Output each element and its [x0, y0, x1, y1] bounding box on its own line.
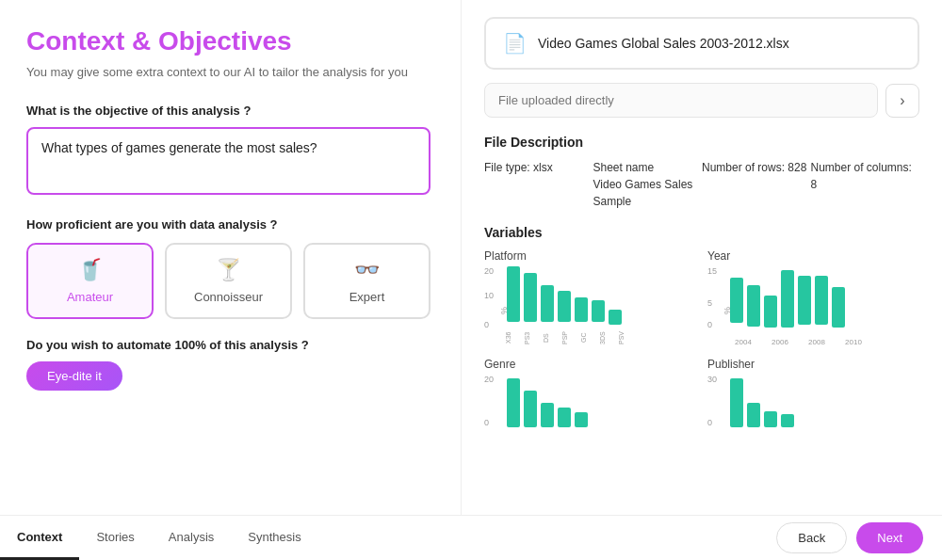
svg-rect-0	[507, 266, 520, 322]
x-label-2008: 2008	[802, 338, 832, 346]
tab-analysis[interactable]: Analysis	[152, 516, 231, 560]
genre-chart: Genre 20 0	[484, 358, 696, 431]
svg-rect-11	[798, 276, 811, 325]
publisher-bar-svg	[728, 378, 822, 427]
file-description-title: File Description	[484, 135, 919, 150]
x-label-2004: 2004	[728, 338, 758, 346]
tab-bar: Context Stories Analysis Synthesis	[0, 516, 776, 560]
back-button[interactable]: Back	[776, 522, 847, 553]
year-y-top: 15	[707, 266, 717, 276]
publisher-chart: Publisher 30 0	[707, 358, 919, 431]
svg-rect-9	[764, 296, 777, 328]
file-type-label: File type: xlsx	[484, 161, 553, 174]
svg-rect-21	[764, 411, 777, 427]
x-label-2006: 2006	[765, 338, 795, 346]
left-panel: Context & Objectives You may give some e…	[0, 0, 462, 515]
connoisseur-icon: 🍸	[216, 258, 241, 282]
amateur-label: Amateur	[67, 290, 113, 304]
svg-rect-13	[832, 287, 845, 328]
year-bar-svg	[728, 266, 860, 328]
rows-label: Number of rows: 828	[702, 161, 806, 174]
expert-icon: 👓	[354, 258, 380, 282]
svg-rect-4	[575, 297, 588, 322]
x-label-psp: PSP	[561, 329, 575, 346]
x-label-x36: X36	[505, 329, 518, 346]
svg-rect-16	[541, 403, 554, 427]
tab-context[interactable]: Context	[0, 516, 79, 560]
publisher-y-bot: 0	[707, 418, 712, 427]
file-name: Video Games Global Sales 2003-2012.xlsx	[538, 36, 789, 51]
upload-input[interactable]	[484, 83, 878, 118]
svg-rect-12	[815, 276, 828, 325]
rows-item: Number of rows: 828	[702, 159, 811, 210]
nav-actions: Back Next	[776, 522, 942, 553]
upload-row: ›	[484, 83, 919, 118]
year-y-bot: 0	[707, 320, 712, 329]
platform-chart: Platform 20 10 0 %	[484, 249, 696, 346]
objective-question: What is the objective of this analysis ?	[26, 104, 430, 118]
proficiency-expert[interactable]: 👓 Expert	[303, 243, 430, 319]
sheet-name-label: Sheet name	[593, 161, 655, 174]
x-label-ds: DS	[543, 329, 556, 346]
tab-synthesis[interactable]: Synthesis	[231, 516, 317, 560]
svg-rect-8	[747, 285, 760, 327]
svg-rect-22	[781, 414, 794, 427]
x-label-ps3: PS3	[524, 329, 537, 346]
svg-rect-19	[730, 378, 743, 427]
file-card: 📄 Video Games Global Sales 2003-2012.xls…	[484, 17, 919, 70]
file-icon: 📄	[503, 32, 527, 55]
right-panel: 📄 Video Games Global Sales 2003-2012.xls…	[462, 0, 942, 515]
x-label-psv: PSV	[618, 329, 631, 346]
file-meta-row: File type: xlsx Sheet name Video Games S…	[484, 159, 919, 210]
amateur-icon: 🥤	[77, 258, 103, 282]
proficiency-connoisseur[interactable]: 🍸 Connoisseur	[165, 243, 292, 319]
platform-x-labels: X36 PS3 DS PSP GC 3DS PSV	[505, 329, 631, 346]
year-y-mid: 5	[707, 298, 712, 308]
svg-rect-10	[781, 270, 794, 328]
x-label-3ds: 3DS	[599, 329, 612, 346]
year-chart-title: Year	[707, 249, 919, 263]
svg-rect-18	[575, 412, 588, 427]
genre-chart-title: Genre	[484, 358, 696, 371]
automate-button[interactable]: Eye-dite it	[26, 361, 122, 391]
proficiency-amateur[interactable]: 🥤 Amateur	[26, 243, 154, 319]
genre-y-bot: 0	[484, 418, 489, 427]
objective-input[interactable]: What types of games generate the most sa…	[26, 127, 430, 195]
svg-rect-14	[507, 378, 520, 427]
x-label-gc: GC	[580, 329, 593, 346]
connoisseur-label: Connoisseur	[194, 290, 263, 304]
svg-rect-6	[609, 310, 622, 325]
page-subtitle: You may give some extra context to our A…	[26, 64, 430, 81]
next-button[interactable]: Next	[856, 522, 923, 553]
svg-rect-7	[730, 278, 743, 323]
file-type-item: File type: xlsx	[484, 159, 593, 210]
sheet-name-value: Video Games Sales Sample	[593, 178, 693, 208]
year-x-labels: 2004 2006 2008 2010	[728, 338, 869, 346]
platform-chart-title: Platform	[484, 249, 696, 263]
svg-rect-17	[558, 408, 571, 427]
columns-item: Number of columns: 8	[811, 159, 920, 210]
svg-rect-1	[524, 273, 537, 322]
upload-arrow-button[interactable]: ›	[885, 84, 919, 118]
svg-rect-2	[541, 285, 554, 322]
publisher-chart-title: Publisher	[707, 358, 919, 371]
genre-bar-svg	[505, 378, 618, 427]
platform-y-bot: 0	[484, 320, 489, 329]
tab-stories[interactable]: Stories	[79, 516, 151, 560]
proficiency-options: 🥤 Amateur 🍸 Connoisseur 👓 Expert	[26, 243, 430, 319]
publisher-y-top: 30	[707, 375, 717, 384]
proficiency-question: How proficient are you with data analysi…	[26, 217, 430, 232]
columns-label: Number of columns: 8	[811, 161, 912, 191]
expert-label: Expert	[349, 290, 385, 304]
genre-y-top: 20	[484, 375, 494, 384]
year-chart: Year 15 5 0 % 2	[707, 249, 919, 346]
svg-rect-5	[592, 300, 605, 322]
charts-grid: Platform 20 10 0 %	[484, 249, 919, 431]
variables-title: Variables	[484, 225, 919, 240]
platform-y-top: 20	[484, 266, 494, 276]
bottom-nav: Context Stories Analysis Synthesis Back …	[0, 515, 942, 560]
platform-bar-svg	[505, 266, 656, 328]
svg-rect-20	[747, 403, 760, 427]
page-title: Context & Objectives	[26, 26, 430, 56]
x-label-2010: 2010	[838, 338, 869, 346]
